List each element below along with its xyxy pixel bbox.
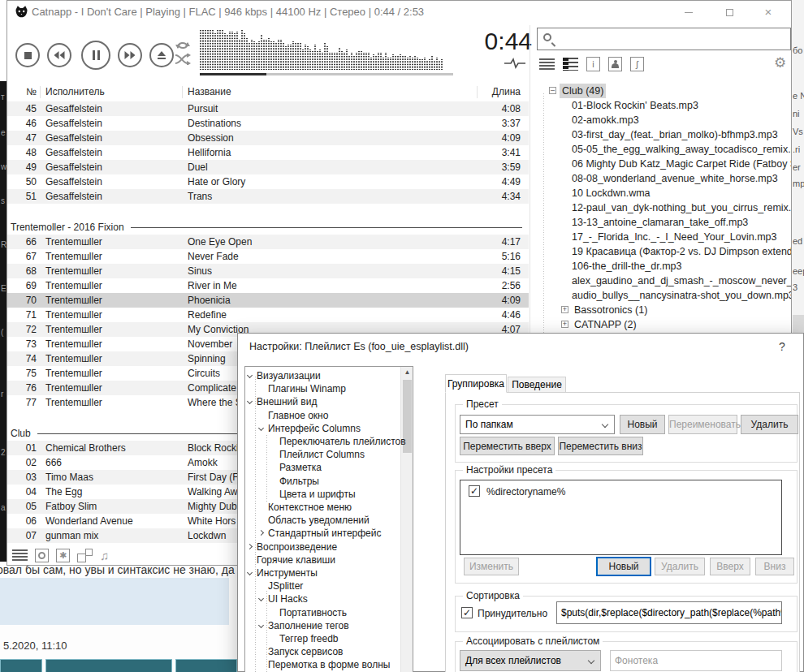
preferences-tree-item[interactable]: Переключатель плейлистов	[245, 435, 400, 448]
chevron-down-icon[interactable]	[247, 570, 253, 575]
playlist-row[interactable]: 47GesaffelsteinObsession4:09	[7, 131, 529, 145]
preferences-tree-item[interactable]: Заполнение тегов	[245, 619, 400, 632]
seek-bar[interactable]	[200, 73, 453, 75]
chevron-down-icon[interactable]	[258, 596, 264, 601]
playlist-row[interactable]: 71TrentemшllerRedefine4:46	[7, 308, 529, 322]
preferences-tree-item[interactable]: Запуск сервисов	[245, 645, 400, 658]
dialog-help-button[interactable]: ?	[774, 340, 790, 353]
preferences-tree-item[interactable]: UI Hacks	[245, 592, 400, 605]
close-button[interactable]: ×	[754, 4, 782, 20]
folder-tree-item[interactable]: 10 Lockdwn.wma	[537, 186, 791, 200]
folder-tree-item[interactable]: 05-05_the_egg_walking_away_tocadisco_rem…	[537, 142, 791, 157]
tree-scrollbar[interactable]: ▲	[400, 367, 413, 672]
visualizer-view-icon[interactable]: ✱	[56, 549, 70, 562]
playlist-row[interactable]: 51GesaffelsteinTrans4:34	[7, 189, 529, 204]
preferences-tree-item[interactable]: Стандартный интерфейс	[245, 527, 400, 540]
simple-list-icon[interactable]	[539, 58, 555, 71]
column-header-3[interactable]: Длина	[492, 86, 521, 97]
playlist-row[interactable]: 46GesaffelsteinDestinations3:37	[7, 116, 529, 131]
folder-tree-item[interactable]: 19 Красавица (Фактор-2 vs. DJ Dimpson ex…	[537, 244, 791, 259]
playlist-row[interactable]: 49GesaffelsteinDuel3:59	[7, 160, 529, 174]
column-header-0[interactable]: №	[17, 86, 37, 97]
playlist-row[interactable]: 69TrentemшllerRiver in Me2:56	[7, 278, 529, 293]
pattern-down-button[interactable]: Вниз	[755, 558, 794, 575]
playlist-row[interactable]: 45GesaffelsteinPursuit4:08	[7, 101, 529, 116]
detailed-list-icon[interactable]	[563, 58, 578, 71]
preset-delete-button[interactable]: Удалить	[741, 415, 798, 434]
associate-scope-combobox[interactable]: Для всех плейлистов	[460, 650, 601, 671]
pattern-delete-button[interactable]: Удалить	[655, 558, 705, 575]
eject-button[interactable]	[149, 43, 174, 67]
chevron-down-icon[interactable]	[258, 622, 264, 628]
preset-move-up-button[interactable]: Переместить вверх	[460, 437, 555, 455]
folder-tree-item[interactable]: 03-first_day_(feat._brian_molko)-bfhmp3.…	[537, 127, 791, 142]
chevron-down-icon[interactable]	[247, 373, 253, 378]
preferences-tree-item[interactable]: Плейлист Columns	[245, 448, 400, 461]
music-note-icon[interactable]: ♫	[100, 549, 109, 562]
playlist-row[interactable]: 67TrentemшllerNever Fade5:16	[7, 249, 529, 264]
preset-combobox[interactable]: По папкам	[460, 415, 615, 434]
titlebar[interactable]: Catnapp - I Don't Care | Playing | FLAC …	[7, 1, 791, 24]
folder-tree-item[interactable]: +Bassotronics (1)	[537, 303, 791, 317]
folder-tree-item[interactable]: 06 Mighty Dub Katz_Magic Carpet Ride (Fa…	[537, 157, 791, 171]
repeat-icon[interactable]	[175, 40, 191, 51]
tab-behavior[interactable]: Поведение	[508, 377, 566, 393]
preset-pattern-list[interactable]: ✓ %directoryname%	[460, 480, 782, 555]
search-input[interactable]	[537, 28, 791, 50]
preset-new-button[interactable]: Новый	[620, 415, 665, 434]
lyrics-panel-icon[interactable]: ʃ	[630, 57, 644, 71]
chevron-down-icon[interactable]	[247, 398, 253, 404]
settings-gear-icon[interactable]: ⚙	[774, 54, 786, 71]
previous-button[interactable]	[47, 43, 71, 67]
playlist-row[interactable]: 48GesaffelsteinHellifornia3:41	[7, 145, 529, 160]
preferences-tree-item[interactable]: Область уведомлений	[245, 514, 400, 527]
tab-grouping[interactable]: Группировка	[445, 374, 507, 393]
stop-button[interactable]	[15, 43, 40, 67]
artist-panel-icon[interactable]	[608, 57, 622, 71]
folder-tree-item[interactable]: 08-08_wonderland_avenue_white_horse.mp3	[537, 171, 791, 186]
maximize-button[interactable]	[715, 4, 743, 20]
chevron-right-icon[interactable]	[258, 530, 264, 536]
scroll-up-icon[interactable]: ▲	[401, 368, 413, 376]
preferences-tree-item[interactable]: Теггер freedb	[245, 632, 400, 645]
preferences-tree-item[interactable]: Визуализации	[245, 369, 400, 382]
preset-rename-button[interactable]: Переименовать	[668, 415, 737, 434]
column-header-2[interactable]: Название	[188, 86, 231, 97]
preferences-tree-item[interactable]: Цвета и шрифты	[245, 488, 400, 501]
folder-tree-item[interactable]: –Club (49)	[537, 84, 791, 98]
disc-view-icon[interactable]	[35, 549, 49, 562]
preferences-tree-item[interactable]: Внешний вид	[245, 395, 400, 408]
playlist-row[interactable]: 66TrentemшllerOne Eye Open4:17	[7, 235, 529, 249]
preferences-tree-item[interactable]: Портативность	[245, 606, 400, 619]
preferences-tree-item[interactable]: Главное окно	[245, 409, 400, 422]
pattern-edit-button[interactable]: Изменить	[464, 558, 519, 575]
folder-tree-item[interactable]: 01-Block Rockin' Beats.mp3	[537, 98, 791, 113]
pattern-checkbox[interactable]: ✓	[469, 485, 480, 497]
playlist-row[interactable]: 70TrentemшllerPhoenicia4:09	[7, 293, 529, 308]
folder-tree-item[interactable]: 02-amokk.mp3	[537, 113, 791, 127]
preferences-tree-item[interactable]: Контекстное меню	[245, 501, 400, 514]
preferences-tree-item[interactable]: Интерфейс Columns	[245, 422, 400, 435]
folder-tree-item[interactable]: 17_-_Florida_Inc._-_I_Need_Your_Lovin.mp…	[537, 230, 791, 244]
preferences-tree-item[interactable]: Фильтры	[245, 475, 400, 488]
column-header-1[interactable]: Исполнитель	[45, 86, 105, 97]
folder-tree-item[interactable]: 106-the_drill-the_dr.mp3	[537, 259, 791, 274]
sort-pattern-input[interactable]: $puts(dir,$replace($directory_path($repl…	[556, 601, 782, 624]
force-sort-checkbox[interactable]: ✓	[461, 607, 473, 618]
preferences-tree-item[interactable]: Плагины Winamp	[245, 382, 400, 395]
expand-icon[interactable]: +	[561, 306, 568, 313]
chevron-down-icon[interactable]	[258, 425, 264, 431]
preset-move-down-button[interactable]: Переместить вниз	[558, 437, 643, 455]
preferences-tree-item[interactable]: Воспроизведение	[245, 541, 400, 554]
next-button[interactable]	[118, 43, 142, 67]
preferences-tree-item[interactable]: JSplitter	[245, 579, 400, 592]
chevron-right-icon[interactable]	[247, 544, 253, 549]
playlist-view-icon[interactable]	[12, 549, 28, 562]
playlist-header[interactable]: №ИсполнительНазваниеДлина	[7, 84, 529, 101]
playlist-row[interactable]: 50GesaffelsteinHate or Glory4:49	[7, 174, 529, 189]
expand-icon[interactable]: +	[561, 321, 568, 328]
playlist-row[interactable]: 68TrentemшllerSinus4:15	[7, 264, 529, 278]
folder-tree-item[interactable]: audio_bullys__nancysinatra-shot_you_down…	[537, 288, 791, 303]
collapse-icon[interactable]: –	[549, 87, 556, 94]
preferences-tree-item[interactable]: Инструменты	[245, 566, 400, 579]
